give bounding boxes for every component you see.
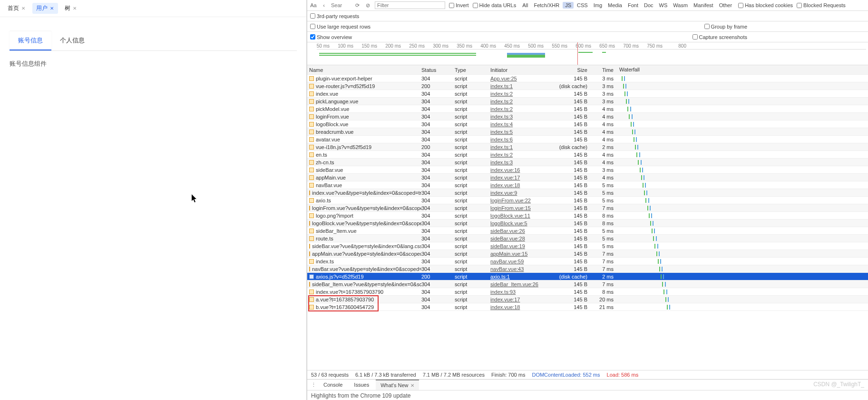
group-by-frame-checkbox[interactable]: Group by frame xyxy=(704,24,747,30)
router-tab[interactable]: 树✕ xyxy=(61,3,81,14)
network-row[interactable]: navBar.vue?vue&type=style&index=0&scoped… xyxy=(307,265,868,273)
row-initiator[interactable]: index.ts:5 xyxy=(490,129,513,135)
row-initiator[interactable]: axio.ts:1 xyxy=(490,274,510,280)
drawer-tab[interactable]: Issues xyxy=(349,380,374,390)
type-filter[interactable]: Fetch/XHR xyxy=(531,2,562,9)
large-rows-checkbox[interactable]: Use large request rows xyxy=(310,24,371,30)
row-initiator[interactable]: sideBar.vue:28 xyxy=(490,236,525,241)
row-initiator[interactable]: index.vue:16 xyxy=(490,167,520,173)
col-name[interactable]: Name xyxy=(307,67,421,73)
row-initiator[interactable]: index.vue:18 xyxy=(490,304,520,310)
type-filter[interactable]: Wasm xyxy=(671,2,690,9)
close-icon[interactable]: ✕ xyxy=(21,6,26,11)
col-status[interactable]: Status xyxy=(421,67,455,73)
row-initiator[interactable]: index.ts:2 xyxy=(490,91,513,97)
router-tab[interactable]: 用户✕ xyxy=(32,3,58,14)
network-row[interactable]: plugin-vue:export-helper304scriptApp.vue… xyxy=(307,75,868,82)
type-filter[interactable]: Media xyxy=(605,2,624,9)
type-filter[interactable]: JS xyxy=(563,2,574,9)
row-initiator[interactable]: sideBar.vue:19 xyxy=(490,243,525,249)
network-row[interactable]: avatar.vue304scriptindex.ts:6145 B4 ms xyxy=(307,136,868,143)
row-initiator[interactable]: sideBar.vue:26 xyxy=(490,228,525,234)
network-row[interactable]: navBar.vue304scriptindex.vue:18145 B5 ms xyxy=(307,181,868,189)
col-initiator[interactable]: Initiator xyxy=(490,67,557,73)
row-initiator[interactable]: App.vue:25 xyxy=(490,76,517,81)
close-icon[interactable]: ✕ xyxy=(49,6,54,11)
hide-data-urls-checkbox[interactable]: Hide data URLs xyxy=(473,2,517,8)
row-initiator[interactable]: index.vue:18 xyxy=(490,182,520,188)
row-initiator[interactable]: logoBlock.vue:11 xyxy=(490,213,530,219)
row-initiator[interactable]: loginFrom.vue:22 xyxy=(490,198,531,203)
type-filter[interactable]: Other xyxy=(717,2,735,9)
row-initiator[interactable]: sideBar_Item.vue:26 xyxy=(490,281,538,287)
type-filter[interactable]: WS xyxy=(657,2,670,9)
network-row[interactable]: loginFrom.vue?vue&type=style&index=0&sco… xyxy=(307,204,868,212)
network-row[interactable]: index.ts304scriptnavBar.vue:59145 B7 ms xyxy=(307,258,868,265)
row-initiator[interactable]: index.ts:3 xyxy=(490,160,513,165)
network-row[interactable]: index.vue?t=1673857903790304scriptindex.… xyxy=(307,288,868,296)
network-row[interactable]: sideBar_Item.vue?vue&type=style&index=0&… xyxy=(307,280,868,288)
row-initiator[interactable]: appMain.vue:15 xyxy=(490,251,527,257)
row-initiator[interactable]: index.ts:2 xyxy=(490,152,513,158)
drawer-tab[interactable]: Console xyxy=(319,380,347,390)
has-blocked-cookies-checkbox[interactable]: Has blocked cookies xyxy=(738,2,793,8)
row-initiator[interactable]: navBar.vue:59 xyxy=(490,259,524,264)
network-row[interactable]: logoBlock.vue304scriptindex.ts:4145 B4 m… xyxy=(307,120,868,128)
row-initiator[interactable]: index.ts:1 xyxy=(490,144,513,150)
col-type[interactable]: Type xyxy=(455,67,490,73)
row-initiator[interactable]: index.vue:9 xyxy=(490,190,517,196)
row-initiator[interactable]: index.vue:17 xyxy=(490,175,520,180)
search-input[interactable] xyxy=(331,2,350,8)
type-filter[interactable]: Font xyxy=(625,2,641,9)
network-row[interactable]: index.vue?vue&type=style&index=0&scoped=… xyxy=(307,189,868,197)
col-size[interactable]: Size xyxy=(557,67,590,73)
type-filter[interactable]: CSS xyxy=(575,2,590,9)
cancel-icon[interactable]: ⊘ xyxy=(364,2,371,9)
blocked-requests-checkbox[interactable]: Blocked Requests xyxy=(797,2,846,8)
filter-input[interactable] xyxy=(375,1,445,9)
drawer-tab[interactable]: What's New✕ xyxy=(376,380,419,390)
drawer-menu-icon[interactable]: ⋮ xyxy=(310,381,317,388)
network-row[interactable]: index.vue304scriptindex.ts:2145 B3 ms xyxy=(307,90,868,98)
network-row[interactable]: zh-cn.ts304scriptindex.ts:3145 B4 ms xyxy=(307,159,868,166)
type-filter[interactable]: Doc xyxy=(642,2,656,9)
type-filter[interactable]: Img xyxy=(591,2,605,9)
overview-timeline[interactable]: 50 ms100 ms150 ms200 ms250 ms300 ms350 m… xyxy=(307,42,868,65)
row-initiator[interactable]: index.ts:93 xyxy=(490,289,516,295)
capture-screenshots-checkbox[interactable]: Capture screenshots xyxy=(692,34,748,40)
close-icon[interactable]: ✕ xyxy=(72,6,77,11)
network-table-body[interactable]: plugin-vue:export-helper304scriptApp.vue… xyxy=(307,75,868,370)
type-filter[interactable]: All xyxy=(520,2,530,9)
col-waterfall[interactable]: Waterfall xyxy=(616,67,868,73)
network-row[interactable]: vue-i18n.js?v=d52f5d19200scriptindex.ts:… xyxy=(307,143,868,151)
close-icon[interactable]: ✕ xyxy=(410,383,414,388)
row-initiator[interactable]: index.ts:3 xyxy=(490,114,513,120)
inner-tab[interactable]: 个人信息 xyxy=(51,31,93,50)
row-initiator[interactable]: loginFrom.vue:15 xyxy=(490,205,531,211)
inner-tab[interactable]: 账号信息 xyxy=(10,31,51,50)
row-initiator[interactable]: logoBlock.vue:5 xyxy=(490,220,527,226)
row-initiator[interactable]: index.ts:4 xyxy=(490,121,513,127)
third-party-checkbox[interactable]: 3rd-party requests xyxy=(310,13,359,19)
network-row[interactable]: loginFrom.vue304scriptindex.ts:3145 B4 m… xyxy=(307,113,868,120)
network-row[interactable]: pickModel.vue304scriptindex.ts:2145 B4 m… xyxy=(307,105,868,113)
network-row[interactable]: sideBar.vue?vue&type=style&index=0&lang.… xyxy=(307,242,868,250)
invert-checkbox[interactable]: Invert xyxy=(449,2,469,8)
row-initiator[interactable]: index.ts:2 xyxy=(490,106,513,112)
network-row[interactable]: sideBar_Item.vue304scriptsideBar.vue:261… xyxy=(307,227,868,235)
network-row[interactable]: logoBlock.vue?vue&type=style&index=0&sco… xyxy=(307,220,868,227)
network-row[interactable]: axios.js?v=d52f5d19200scriptaxio.ts:1(di… xyxy=(307,273,868,280)
font-size-icon[interactable]: Aa xyxy=(310,2,317,9)
network-row[interactable]: pickLanguage.vue304scriptindex.ts:2145 B… xyxy=(307,98,868,105)
type-filter[interactable]: Manifest xyxy=(691,2,716,9)
network-row[interactable]: logo.png?import304scriptlogoBlock.vue:11… xyxy=(307,212,868,220)
router-tab[interactable]: 首页✕ xyxy=(4,3,29,14)
show-overview-checkbox[interactable]: Show overview xyxy=(310,34,352,40)
network-row[interactable]: b.vue?t=1673600454729304scriptindex.vue:… xyxy=(307,303,868,311)
network-row[interactable]: appMain.vue?vue&type=style&index=0&scope… xyxy=(307,250,868,258)
row-initiator[interactable]: index.ts:6 xyxy=(490,137,513,142)
network-row[interactable]: appMain.vue304scriptindex.vue:17145 B4 m… xyxy=(307,174,868,181)
row-initiator[interactable]: navBar.vue:43 xyxy=(490,266,524,272)
network-row[interactable]: breadcrumb.vue304scriptindex.ts:5145 B4 … xyxy=(307,128,868,136)
row-initiator[interactable]: index.ts:2 xyxy=(490,99,513,104)
